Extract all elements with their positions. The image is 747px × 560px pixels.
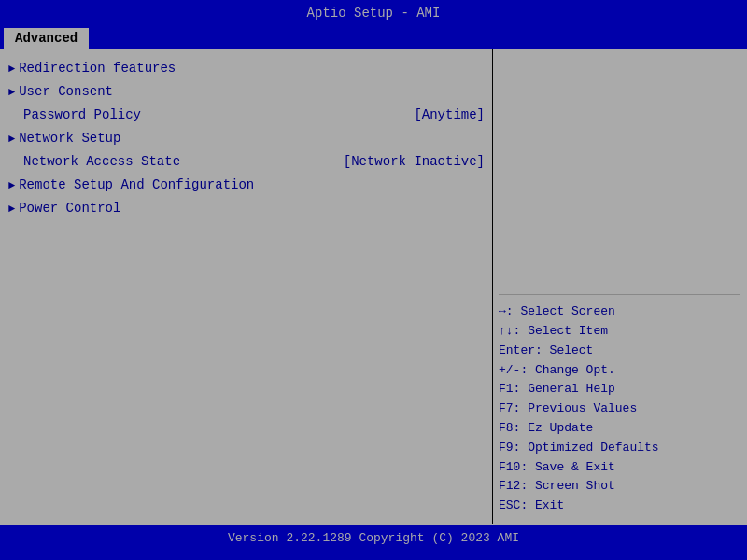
main-area: ►Redirection features►User ConsentPasswo… bbox=[0, 49, 747, 525]
help-line: +/-: Change Opt. bbox=[499, 361, 740, 381]
arrow-icon: ► bbox=[8, 177, 15, 194]
arrow-icon: ► bbox=[8, 131, 15, 147]
arrow-icon: ► bbox=[8, 61, 15, 77]
left-panel: ►Redirection features►User ConsentPasswo… bbox=[1, 49, 493, 524]
menu-item-label: Password Policy bbox=[23, 105, 406, 125]
menu-item[interactable]: ►User Consent bbox=[5, 80, 488, 104]
footer-text: Version 2.22.1289 Copyright (C) 2023 AMI bbox=[228, 531, 519, 545]
menu-item-value: [Anytime] bbox=[414, 105, 485, 125]
help-lines: ↔: Select Screen↑↓: Select ItemEnter: Se… bbox=[499, 302, 740, 516]
menu-item-label: Network Setup bbox=[19, 129, 485, 148]
menu-item-plain: Network Access State[Network Inactive] bbox=[5, 150, 488, 174]
tab-bar: Advanced bbox=[0, 26, 747, 49]
menu-item-label: Power Control bbox=[19, 199, 485, 218]
help-line: ↔: Select Screen bbox=[499, 302, 740, 322]
arrow-icon: ► bbox=[8, 201, 15, 217]
help-line: F1: General Help bbox=[499, 380, 740, 399]
title-bar: Aptio Setup - AMI bbox=[0, 0, 747, 26]
menu-item[interactable]: ►Redirection features bbox=[5, 57, 488, 80]
app-title: Aptio Setup - AMI bbox=[307, 6, 441, 21]
footer: Version 2.22.1289 Copyright (C) 2023 AMI bbox=[0, 525, 747, 551]
menu-item-plain: Password Policy[Anytime] bbox=[5, 104, 488, 127]
help-line: F10: Save & Exit bbox=[499, 458, 740, 478]
menu-item-value: [Network Inactive] bbox=[344, 152, 485, 172]
menu-item-label: User Consent bbox=[19, 82, 485, 102]
menu-item-label: Network Access State bbox=[23, 152, 336, 172]
help-line: ESC: Exit bbox=[499, 497, 740, 516]
arrow-icon: ► bbox=[8, 84, 15, 101]
menu-item[interactable]: ►Remote Setup And Configuration bbox=[5, 174, 488, 197]
help-divider bbox=[499, 294, 740, 295]
help-line: Enter: Select bbox=[499, 342, 740, 361]
help-line: F9: Optimized Defaults bbox=[499, 439, 740, 458]
help-line: F12: Screen Shot bbox=[499, 477, 740, 497]
help-line: F7: Previous Values bbox=[499, 399, 740, 419]
help-line: F8: Ez Update bbox=[499, 419, 740, 439]
menu-item[interactable]: ►Network Setup bbox=[5, 127, 488, 150]
menu-item-label: Redirection features bbox=[19, 59, 485, 78]
menu-item-label: Remote Setup And Configuration bbox=[19, 175, 485, 195]
help-line: ↑↓: Select Item bbox=[499, 322, 740, 342]
right-panel: ↔: Select Screen↑↓: Select ItemEnter: Se… bbox=[493, 49, 746, 524]
tab-advanced[interactable]: Advanced bbox=[4, 28, 89, 49]
menu-item[interactable]: ►Power Control bbox=[5, 197, 488, 220]
